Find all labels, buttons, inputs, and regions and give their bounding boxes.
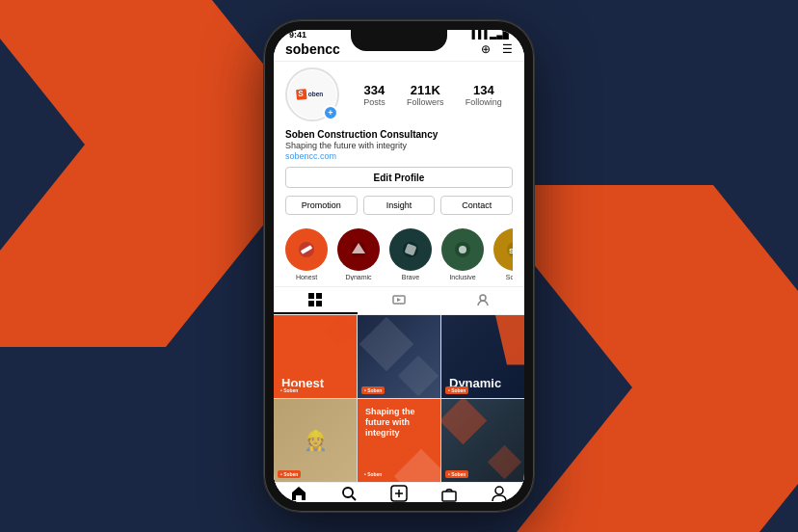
avatar-plus-button[interactable]: + (323, 105, 338, 120)
promotion-tab[interactable]: Promotion (285, 196, 358, 215)
edit-profile-button[interactable]: Edit Profile (285, 167, 513, 188)
highlight-label-dynamic: Dynamic (345, 274, 371, 280)
nav-home[interactable] (288, 483, 309, 502)
svg-rect-15 (308, 301, 314, 306)
nav-search[interactable] (338, 483, 359, 502)
nav-shop[interactable] (439, 483, 460, 502)
highlight-circle-honest (285, 228, 328, 271)
soben-badge-4: • Soben (278, 470, 301, 478)
highlight-sob[interactable]: SCC Sob... (493, 228, 513, 280)
grid-view-tab[interactable] (274, 287, 358, 314)
add-icon[interactable]: ⊕ (481, 42, 491, 56)
svg-point-27 (495, 487, 503, 494)
nav-profile[interactable] (489, 483, 510, 502)
status-time: 9:41 (289, 30, 306, 40)
bottom-nav (274, 482, 524, 502)
post-workers[interactable]: 👷 • Soben (274, 399, 357, 482)
highlights-section: Honest Dynamic Brave (274, 223, 524, 287)
highlight-label-brave: Brave (402, 274, 419, 280)
followers-count: 211K (407, 83, 444, 97)
instagram-screen: 9:41 ▐▐▐ ▂▄█ sobencc ⊕ ☰ (274, 30, 524, 502)
phone-wrapper: 9:41 ▐▐▐ ▂▄█ sobencc ⊕ ☰ (264, 20, 534, 512)
view-tabs (274, 287, 524, 315)
tagged-view-tab[interactable] (440, 287, 524, 314)
post-shaping-text: Shaping the future with integrity (365, 407, 433, 438)
profile-link[interactable]: sobencc.com (285, 151, 513, 161)
svg-text:S: S (298, 90, 304, 98)
posts-grid: Honest • Soben • Soben Dynamic • Soben (274, 315, 524, 482)
posts-label: Posts (363, 97, 386, 107)
profile-avatar[interactable]: S oben + (285, 67, 339, 121)
highlight-circle-dynamic (337, 228, 380, 271)
profile-bio: Shaping the future with integrity (285, 141, 513, 150)
profile-name: Soben Construction Consultancy (285, 129, 513, 140)
svg-marker-20 (292, 487, 306, 500)
svg-rect-16 (316, 301, 322, 306)
highlight-circle-inclusive (441, 228, 484, 271)
svg-rect-13 (308, 293, 314, 299)
soben-badge-1: • Soben (278, 386, 301, 394)
highlight-inclusive[interactable]: Inclusive (441, 228, 484, 280)
svg-text:SCC: SCC (509, 247, 513, 255)
svg-text:oben: oben (308, 91, 324, 97)
highlight-brave[interactable]: Brave (389, 228, 432, 280)
following-label: Following (466, 97, 502, 107)
insight-tab[interactable]: Insight (363, 196, 436, 215)
phone-screen: 9:41 ▐▐▐ ▂▄█ sobencc ⊕ ☰ (274, 30, 524, 502)
svg-point-21 (343, 488, 353, 497)
menu-icon[interactable]: ☰ (502, 42, 513, 56)
following-count: 134 (466, 83, 502, 97)
post-shaping[interactable]: Shaping the future with integrity • Sobe… (358, 399, 440, 482)
svg-marker-18 (397, 298, 401, 302)
post-geo[interactable]: • Soben (441, 399, 524, 482)
highlight-label-sob: Sob... (506, 274, 513, 280)
ig-username: sobencc (285, 41, 340, 57)
status-icons: ▐▐▐ ▂▄█ (469, 30, 509, 40)
post-dark[interactable]: • Soben (358, 315, 440, 398)
profile-tabs: Promotion Insight Contact (285, 196, 513, 215)
phone-frame: 9:41 ▐▐▐ ▂▄█ sobencc ⊕ ☰ (264, 20, 534, 512)
post-dynamic[interactable]: Dynamic • Soben (441, 315, 524, 398)
soben-badge-5: • Soben (361, 470, 385, 478)
stats-container: 334 Posts 211K Followers 134 Following (353, 83, 513, 107)
posts-count: 334 (363, 83, 386, 97)
highlight-label-honest: Honest (296, 274, 317, 280)
svg-line-22 (352, 496, 356, 500)
contact-tab[interactable]: Contact (440, 196, 513, 215)
highlight-circle-sob: SCC (493, 228, 513, 271)
highlight-circle-brave (389, 228, 432, 271)
post-honest[interactable]: Honest • Soben (274, 315, 357, 398)
nav-new-post[interactable] (388, 483, 410, 502)
stat-following: 134 Following (466, 83, 502, 107)
stat-posts: 334 Posts (363, 83, 386, 107)
highlight-label-inclusive: Inclusive (449, 274, 475, 280)
stat-followers: 211K Followers (407, 83, 444, 107)
soben-logo-svg: S oben (295, 85, 330, 104)
svg-rect-26 (442, 492, 456, 501)
svg-point-19 (480, 295, 486, 301)
reels-view-tab[interactable] (358, 287, 441, 314)
svg-rect-14 (316, 293, 322, 299)
profile-section: S oben + 334 Posts (274, 62, 524, 223)
header-icons: ⊕ ☰ (481, 42, 513, 56)
svg-point-10 (459, 246, 466, 253)
highlight-honest[interactable]: Honest (285, 228, 328, 280)
phone-notch (351, 30, 447, 51)
followers-label: Followers (407, 97, 444, 107)
soben-badge-3: • Soben (445, 386, 468, 394)
highlights-row: Honest Dynamic Brave (285, 228, 513, 280)
highlight-dynamic[interactable]: Dynamic (337, 228, 380, 280)
soben-badge-2: • Soben (361, 386, 385, 394)
soben-badge-6: • Soben (445, 470, 468, 478)
profile-actions: Edit Profile (285, 167, 513, 188)
profile-stats-row: S oben + 334 Posts (285, 67, 513, 121)
